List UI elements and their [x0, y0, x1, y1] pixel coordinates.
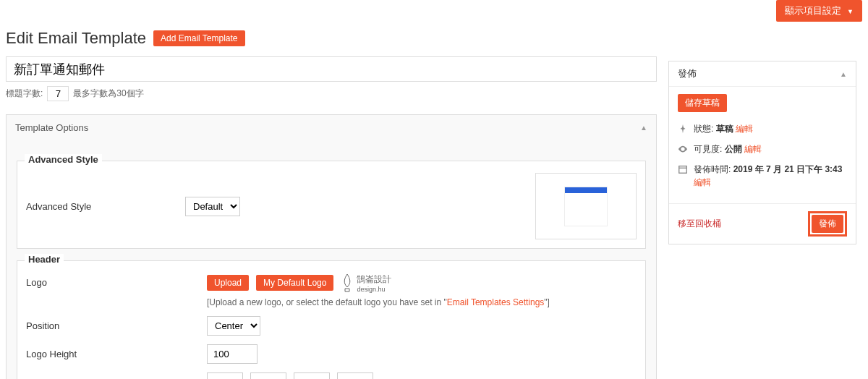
- publish-button[interactable]: 發佈: [812, 215, 843, 233]
- edit-status-link[interactable]: 編輯: [736, 124, 753, 134]
- advanced-style-select[interactable]: Default: [185, 197, 240, 216]
- advanced-style-label: Advanced Style: [26, 201, 185, 212]
- publish-title: 發佈: [678, 67, 697, 80]
- header-padding-label: Header Padding: [26, 372, 207, 379]
- edit-time-link[interactable]: 編輯: [694, 177, 711, 187]
- publish-collapse-icon: ▲: [840, 70, 847, 78]
- svg-rect-0: [679, 166, 687, 174]
- default-logo-button[interactable]: My Default Logo: [256, 275, 333, 291]
- padding-top-input[interactable]: [207, 372, 243, 379]
- position-label: Position: [26, 320, 207, 331]
- header-legend: Header: [25, 254, 64, 265]
- position-select[interactable]: Center: [207, 316, 260, 336]
- padding-right-input[interactable]: [250, 372, 286, 379]
- style-preview: [535, 173, 637, 239]
- advanced-style-legend: Advanced Style: [25, 154, 102, 165]
- add-template-button[interactable]: Add Email Template: [153, 30, 245, 46]
- char-max-label: 最多字數為30個字: [73, 88, 143, 100]
- move-to-trash-link[interactable]: 移至回收桶: [678, 218, 721, 230]
- display-settings-button[interactable]: 顯示項目設定 ▼: [776, 0, 862, 22]
- email-settings-link[interactable]: Email Templates Settings: [447, 297, 545, 307]
- calendar-icon: [678, 164, 688, 174]
- edit-visibility-link[interactable]: 編輯: [744, 144, 762, 154]
- eye-icon: [678, 144, 688, 154]
- logo-height-label: Logo Height: [26, 349, 207, 359]
- template-options-title: Template Options: [15, 122, 88, 133]
- padding-left-input[interactable]: [337, 372, 373, 379]
- save-draft-button[interactable]: 儲存草稿: [678, 94, 727, 112]
- logo-height-input[interactable]: [207, 344, 258, 364]
- display-settings-label: 顯示項目設定: [785, 5, 841, 16]
- publish-panel-header[interactable]: 發佈 ▲: [669, 61, 856, 87]
- logo-label: Logo: [26, 273, 207, 288]
- char-count-label: 標題字數:: [6, 88, 43, 100]
- template-title-input[interactable]: [6, 56, 657, 82]
- current-logo-preview: 鵠崙設計 design.hu: [341, 273, 391, 293]
- char-count-value: [47, 86, 69, 101]
- padding-bottom-input[interactable]: [294, 372, 330, 379]
- logo-hint: [Upload a new logo, or select the defaul…: [207, 297, 637, 307]
- upload-button[interactable]: Upload: [207, 275, 249, 291]
- template-options-header[interactable]: Template Options ▲: [7, 115, 656, 140]
- page-title: Edit Email Template: [6, 29, 146, 48]
- caret-down-icon: ▼: [847, 8, 854, 15]
- collapse-icon: ▲: [640, 124, 647, 132]
- pin-icon: [678, 124, 688, 134]
